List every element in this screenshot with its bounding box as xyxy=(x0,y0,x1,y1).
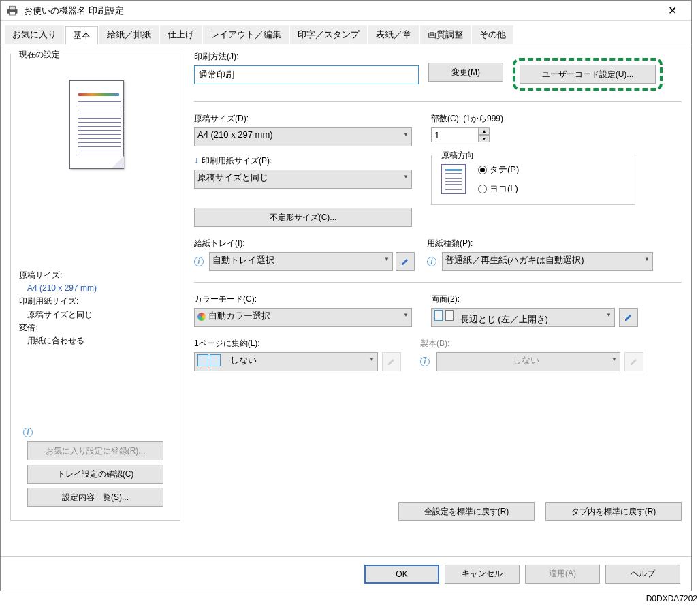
titlebar: お使いの機器名 印刷設定 ✕ xyxy=(1,1,691,21)
orientation-portrait[interactable]: タテ(P) xyxy=(478,163,519,176)
color-wheel-icon xyxy=(197,313,206,321)
tray-edit-button[interactable] xyxy=(396,252,415,271)
colormode-select[interactable]: 自動カラー選択▼ xyxy=(194,308,412,327)
page-icon xyxy=(441,164,466,194)
info-icon: i xyxy=(420,357,430,366)
copies-up[interactable]: ▲ xyxy=(479,127,490,135)
summary-printsize-label: 印刷用紙サイズ: xyxy=(19,295,172,308)
orientation-group: 原稿方向 タテ(P) ヨコ(L) xyxy=(431,155,635,205)
tab-layout[interactable]: レイアウト／編集 xyxy=(203,25,289,44)
ok-button[interactable]: OK xyxy=(364,565,439,584)
current-settings-label: 現在の設定 xyxy=(16,49,63,61)
booklet-select: しない▼ xyxy=(436,352,620,371)
papertype-select[interactable]: 普通紙／再生紙(ハガキは自動選択)▼ xyxy=(442,252,653,271)
docsize-select[interactable]: A4 (210 x 297 mm)▼ xyxy=(194,127,412,146)
layout-label: 1ページに集約(L): xyxy=(194,338,401,349)
tab-cover[interactable]: 表紙／章 xyxy=(368,25,419,44)
summary-zoom-label: 変倍: xyxy=(19,321,172,334)
settings-summary: 原稿サイズ: A4 (210 x 297 mm) 印刷用紙サイズ: 原稿サイズと… xyxy=(15,269,176,347)
custom-size-button[interactable]: 不定形サイズ(C)... xyxy=(194,208,412,227)
orientation-legend: 原稿方向 xyxy=(439,150,477,161)
window-title: お使いの機器名 印刷設定 xyxy=(24,5,124,17)
tray-select[interactable]: 自動トレイ選択▼ xyxy=(209,252,393,271)
reset-all-button[interactable]: 全設定を標準に戻す(R) xyxy=(398,502,535,521)
info-icon: i xyxy=(23,428,33,437)
help-button[interactable]: ヘルプ xyxy=(605,565,680,584)
copies-label: 部数(C): (1から999) xyxy=(431,113,635,125)
summary-zoom-value: 用紙に合わせる xyxy=(19,334,172,347)
usercode-highlight: ユーザーコード設定(U)... xyxy=(513,58,663,91)
colormode-label: カラーモード(C): xyxy=(194,294,412,305)
layout-icon xyxy=(197,354,225,368)
apply-button[interactable]: 適用(A) xyxy=(525,565,600,584)
docsize-label: 原稿サイズ(D): xyxy=(194,113,412,125)
orientation-landscape[interactable]: ヨコ(L) xyxy=(478,183,519,195)
usercode-button[interactable]: ユーザーコード設定(U)... xyxy=(520,65,656,84)
duplex-icon xyxy=(434,310,455,322)
dialog-footer: OK キャンセル 適用(A) ヘルプ xyxy=(1,556,691,591)
check-tray-button[interactable]: トレイ設定の確認(C) xyxy=(27,465,163,484)
copies-down[interactable]: ▼ xyxy=(479,135,490,142)
close-icon[interactable]: ✕ xyxy=(658,4,686,17)
print-settings-window: お使いの機器名 印刷設定 ✕ お気に入り 基本 給紙／排紙 仕上げ レイアウト／… xyxy=(0,0,692,591)
svg-rect-2 xyxy=(10,12,16,15)
tab-basic[interactable]: 基本 xyxy=(65,26,98,44)
printsize-label: ↓印刷用紙サイズ(P): xyxy=(194,155,412,167)
duplex-select[interactable]: 長辺とじ (左／上開き)▼ xyxy=(431,308,615,327)
arrow-down-icon: ↓ xyxy=(194,155,199,166)
info-icon: i xyxy=(427,257,436,266)
layout-edit-button xyxy=(382,352,401,371)
copies-input[interactable] xyxy=(431,127,479,142)
page-preview xyxy=(61,75,129,174)
reset-tab-button[interactable]: タブ内を標準に戻す(R) xyxy=(545,502,682,521)
change-button[interactable]: 変更(M) xyxy=(428,63,503,82)
booklet-edit-button xyxy=(624,352,643,371)
summary-docsize-value: A4 (210 x 297 mm) xyxy=(19,282,172,295)
summary-docsize-label: 原稿サイズ: xyxy=(19,269,172,282)
layout-select[interactable]: しない▼ xyxy=(194,352,378,371)
tab-stamp[interactable]: 印字／スタンプ xyxy=(290,25,367,44)
duplex-label: 両面(2): xyxy=(431,294,638,305)
tab-finish[interactable]: 仕上げ xyxy=(160,25,202,44)
printer-icon xyxy=(6,5,18,16)
papertype-label: 用紙種類(P): xyxy=(427,238,653,249)
settings-list-button[interactable]: 設定内容一覧(S)... xyxy=(27,488,163,507)
current-settings-group: 現在の設定 原稿サイズ: A4 (210 x 297 mm) 印刷用紙サイズ: … xyxy=(10,54,180,521)
method-label: 印刷方法(J): xyxy=(194,51,419,63)
tab-other[interactable]: その他 xyxy=(472,25,513,44)
summary-printsize-value: 原稿サイズと同じ xyxy=(19,309,172,321)
printsize-select[interactable]: 原稿サイズと同じ▼ xyxy=(194,170,412,189)
tab-quality[interactable]: 画質調整 xyxy=(420,25,471,44)
cancel-button[interactable]: キャンセル xyxy=(445,565,520,584)
svg-rect-1 xyxy=(10,6,16,10)
info-icon: i xyxy=(194,257,204,266)
booklet-label: 製本(B): xyxy=(420,338,643,349)
save-favorite-button[interactable]: お気に入り設定に登録(R)... xyxy=(27,441,163,460)
tab-paper[interactable]: 給紙／排紙 xyxy=(99,25,159,44)
tab-favorites[interactable]: お気に入り xyxy=(5,25,64,44)
tray-label: 給紙トレイ(I): xyxy=(194,238,415,249)
duplex-edit-button[interactable] xyxy=(619,308,638,327)
tab-bar: お気に入り 基本 給紙／排紙 仕上げ レイアウト／編集 印字／スタンプ 表紙／章… xyxy=(1,25,691,44)
method-input[interactable] xyxy=(194,65,419,84)
